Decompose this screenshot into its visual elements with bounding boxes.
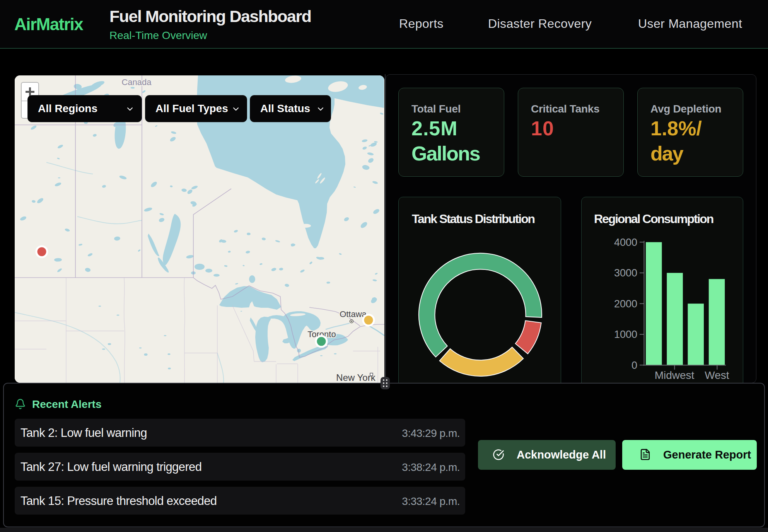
svg-text:1000: 1000: [614, 329, 637, 340]
svg-text:Midwest: Midwest: [655, 369, 695, 381]
svg-text:Canada: Canada: [121, 77, 152, 87]
svg-text:2000: 2000: [614, 298, 637, 310]
svg-text:3000: 3000: [614, 267, 637, 279]
svg-text:0: 0: [631, 360, 637, 371]
svg-text:West: West: [705, 369, 729, 381]
svg-text:4000: 4000: [614, 237, 637, 248]
